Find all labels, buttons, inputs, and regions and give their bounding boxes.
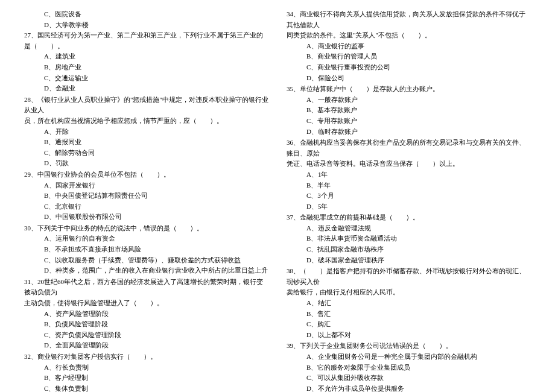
option: B、售汇 [287, 309, 531, 320]
option: D、大学教学楼 [24, 20, 268, 31]
option: B、非法从事货币资金融通活动 [287, 233, 531, 244]
option: C、北京银行 [24, 201, 268, 212]
option: D、不允许为非成员单位提供服务 [287, 384, 531, 392]
option: A、结汇 [287, 298, 531, 309]
question-34: 34、商业银行不得向关系人提供信用贷款，向关系人发放担保贷款的条件不得优于其他借… [287, 9, 531, 83]
question-36: 36、金融机构应当妥善保存其衍生产品交易的所有交易记录和与交易有关的文件、账目、… [287, 138, 531, 212]
option: B、半年 [287, 180, 531, 191]
question-29: 29、中国银行业协会的会员单位不包括（ ）。 A、国家开发银行 B、中央国债登记… [24, 169, 268, 223]
option: B、商业银行的管理人员 [287, 51, 531, 62]
option: C、专用存款账户 [287, 116, 531, 127]
option: A、企业集团财务公司是一种完全属于集团内部的金融机构 [287, 352, 531, 362]
question-stem: 29、中国银行业协会的会员单位不包括（ ）。 [24, 169, 268, 180]
question-stem: 36、金融机构应当妥善保存其衍生产品交易的所有交易记录和与交易有关的文件、账目、… [287, 138, 531, 159]
option: A、国家开发银行 [24, 180, 268, 191]
question-stem: 38、（ ）是指客户把持有的外币储蓄存款、外币现钞按银行对外公布的现汇、现钞买入… [287, 266, 531, 287]
option: D、种类多，范围广，产生的收入在商业银行营业收入中所占的比重日益上升 [24, 265, 268, 276]
option: C、以收取服务费（手续费、管理费等）、赚取价差的方式获得收益 [24, 255, 268, 266]
option: A、1年 [287, 169, 531, 180]
option: A、建筑业 [24, 51, 268, 62]
option: D、罚款 [24, 158, 268, 169]
question-28: 28、《银行业从业人员职业操守》的"惩戒措施"中规定，对违反本职业操守的银行业从… [24, 95, 268, 169]
option: A、开除 [24, 127, 268, 138]
option: D、临时存款账户 [287, 127, 531, 138]
question-31: 31、20世纪60年代之后，西方各国的经济发展进入了高速增长的繁荣时期，银行变被… [24, 277, 268, 351]
question-37: 37、金融犯罪成立的前提和基础是（ ）。 A、违反金融管理法规 B、非法从事货币… [287, 212, 531, 265]
option: C、医院设备 [24, 9, 268, 20]
question-cont: 同类贷款的条件。这里"关系人"不包括（ ）。 [287, 30, 531, 41]
option: A、违反金融管理法规 [287, 223, 531, 234]
option: A、商业银行的监事 [287, 41, 531, 52]
option: A、资产风险管理阶段 [24, 309, 268, 320]
option: B、客户经理制 [24, 373, 268, 384]
option: D、破坏国家金融管理秩序 [287, 255, 531, 266]
option: C、3个月 [287, 191, 531, 201]
option: C、解除劳动合同 [24, 148, 268, 159]
question-cont: 卖给银行，由银行兑付相应的人民币。 [287, 287, 531, 298]
question-27: 27、国民经济可分为第一产业、第二产业和第三产业，下列行业不属于第三产业的是（ … [24, 30, 268, 94]
question-stem: 35、单位结算账户中（ ）是存款人的主办账户。 [287, 84, 531, 95]
option: B、通报同业 [24, 137, 268, 148]
question-stem: 39、下列关于企业集团财务公司说法错误的是（ ）。 [287, 341, 531, 352]
question-stem: 34、商业银行不得向关系人提供信用贷款，向关系人发放担保贷款的条件不得优于其他借… [287, 9, 531, 30]
question-cont: 凭证、电话录音等资料。电话录音应当保存（ ）以上。 [287, 159, 531, 169]
option: B、负债风险管理阶段 [24, 319, 268, 330]
option: D、5年 [287, 201, 531, 212]
option: C、可以从集团外吸收存款 [287, 373, 531, 384]
question-stem: 37、金融犯罪成立的前提和基础是（ ）。 [287, 212, 531, 223]
option: C、集体负责制 [24, 384, 268, 392]
option: D、金融业 [24, 83, 268, 94]
question-32: 32、商业银行对集团客户授信实行（ ）。 A、行长负责制 B、客户经理制 C、集… [24, 352, 268, 392]
question-39: 39、下列关于企业集团财务公司说法错误的是（ ）。 A、企业集团财务公司是一种完… [287, 341, 531, 392]
option: B、房地产业 [24, 62, 268, 73]
question-stem: 27、国民经济可分为第一产业、第二产业和第三产业，下列行业不属于第三产业的是（ … [24, 30, 268, 51]
question-35: 35、单位结算账户中（ ）是存款人的主办账户。 A、一般存款账户 B、基本存款账… [287, 84, 531, 137]
option: B、基本存款账户 [287, 105, 531, 116]
question-stem: 32、商业银行对集团客户授信实行（ ）。 [24, 352, 268, 362]
question-cont: 主动负债，使得银行风险管理进入了（ ）。 [24, 298, 268, 309]
option: D、全面风险管理阶段 [24, 340, 268, 351]
option: D、保险公司 [287, 73, 531, 84]
option: A、行长负责制 [24, 362, 268, 373]
question-cont: 员，所在机构应当视情况给予相应惩戒，情节严重的，应（ ）。 [24, 116, 268, 127]
option: A、运用银行的自有资金 [24, 233, 268, 244]
option: C、交通运输业 [24, 73, 268, 84]
option: B、它的服务对象限于企业集团成员 [287, 362, 531, 373]
option: A、一般存款账户 [287, 95, 531, 106]
question-stem: 31、20世纪60年代之后，西方各国的经济发展进入了高速增长的繁荣时期，银行变被… [24, 277, 268, 298]
option: C、商业银行董事投资的公司 [287, 62, 531, 73]
right-column: 34、商业银行不得向关系人提供信用贷款，向关系人发放担保贷款的条件不得优于其他借… [287, 9, 531, 392]
option: B、中央国债登记结算有限责任公司 [24, 191, 268, 201]
question-38: 38、（ ）是指客户把持有的外币储蓄存款、外币现钞按银行对外公布的现汇、现钞买入… [287, 266, 531, 340]
question-stem: 28、《银行业从业人员职业操守》的"惩戒措施"中规定，对违反本职业操守的银行业从… [24, 95, 268, 116]
question-30: 30、下列关于中间业务的特点的说法中，错误的是（ ）。 A、运用银行的自有资金 … [24, 223, 268, 276]
option: C、资产负债风险管理阶段 [24, 330, 268, 341]
option: D、中国银联股份有限公司 [24, 212, 268, 223]
option: D、以上都不对 [287, 330, 531, 341]
left-column: C、医院设备 D、大学教学楼 27、国民经济可分为第一产业、第二产业和第三产业，… [24, 9, 268, 392]
option: B、不承担或不直接承担市场风险 [24, 244, 268, 255]
option: C、扰乱国家金融市场秩序 [287, 244, 531, 255]
question-stem: 30、下列关于中间业务的特点的说法中，错误的是（ ）。 [24, 223, 268, 234]
option: C、购汇 [287, 319, 531, 330]
